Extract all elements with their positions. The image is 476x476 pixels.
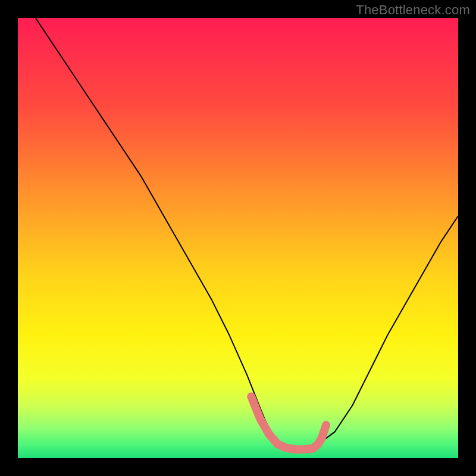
chart-frame: TheBottleneck.com — [0, 0, 476, 476]
gradient-background — [18, 18, 458, 458]
bottleneck-chart — [0, 0, 476, 476]
watermark-text: TheBottleneck.com — [356, 2, 470, 18]
